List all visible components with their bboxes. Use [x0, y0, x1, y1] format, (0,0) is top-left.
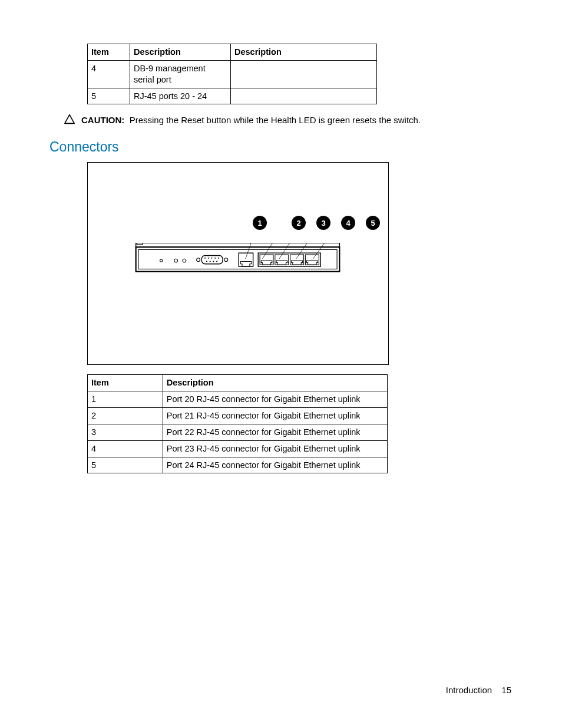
cell-desc: Port 20 RJ-45 connector for Gigabit Ethe…: [163, 391, 387, 408]
cell-desc1: RJ-45 ports 20 - 24: [130, 88, 231, 104]
table-row: 5 RJ-45 ports 20 - 24: [88, 88, 377, 104]
footer-section: Introduction: [446, 685, 492, 695]
col-item: Item: [88, 375, 163, 391]
table-row: 5 Port 24 RJ-45 connector for Gigabit Et…: [88, 457, 388, 473]
connectors-figure: 1 2 3 4 5: [87, 162, 389, 365]
svg-point-9: [160, 259, 162, 262]
cell-item: 3: [88, 424, 163, 440]
cell-desc: Port 24 RJ-45 connector for Gigabit Ethe…: [163, 457, 387, 473]
svg-point-23: [224, 258, 228, 262]
svg-point-17: [214, 258, 216, 259]
svg-line-1: [262, 243, 277, 259]
table-row: 4 DB-9 management serial port: [88, 60, 377, 88]
table-header-row: Item Description Description: [88, 44, 377, 61]
cell-item: 4: [88, 60, 130, 88]
section-heading-connectors: Connectors: [49, 139, 474, 155]
svg-rect-25: [258, 253, 320, 267]
callout-badge: 4: [341, 216, 355, 230]
page-footer: Introduction 15: [446, 685, 511, 695]
svg-rect-6: [136, 248, 340, 272]
svg-rect-26: [260, 255, 273, 265]
cell-desc: Port 21 RJ-45 connector for Gigabit Ethe…: [163, 408, 387, 424]
svg-line-4: [313, 243, 330, 259]
top-table: Item Description Description 4 DB-9 mana…: [87, 44, 377, 104]
caution-icon: [64, 114, 75, 124]
col-desc: Description: [163, 375, 387, 391]
callout-badge: 5: [366, 216, 380, 230]
table-row: 3 Port 22 RJ-45 connector for Gigabit Et…: [88, 424, 388, 440]
svg-line-3: [296, 243, 313, 259]
caution-label: CAUTION:: [81, 115, 124, 125]
table-row: 1 Port 20 RJ-45 connector for Gigabit Et…: [88, 391, 388, 408]
svg-rect-13: [201, 256, 223, 264]
device-diagram: [95, 243, 380, 283]
table-header-row: Item Description: [88, 375, 388, 391]
cell-item: 1: [88, 391, 163, 408]
svg-point-12: [197, 258, 200, 262]
content-area: Item Description Description 4 DB-9 mana…: [87, 44, 474, 473]
page: Item Description Description 4 DB-9 mana…: [0, 0, 562, 728]
svg-point-21: [213, 261, 214, 262]
svg-point-20: [210, 261, 211, 262]
svg-rect-28: [290, 255, 304, 265]
table-row: 2 Port 21 RJ-45 connector for Gigabit Et…: [88, 408, 388, 424]
col-desc2: Description: [231, 44, 377, 61]
cell-item: 5: [88, 457, 163, 473]
footer-page-number: 15: [501, 685, 511, 695]
svg-point-16: [211, 258, 212, 259]
cell-item: 5: [88, 88, 130, 104]
cell-desc2: [231, 88, 377, 104]
callout-badge: 1: [253, 216, 267, 230]
cell-desc: Port 22 RJ-45 connector for Gigabit Ethe…: [163, 424, 387, 440]
svg-point-22: [216, 261, 217, 262]
callout-labels: 1 2 3 4 5: [253, 216, 380, 230]
svg-point-10: [174, 259, 178, 263]
cell-desc2: [231, 60, 377, 88]
caution-body: Pressing the Reset button while the Heal…: [130, 115, 421, 125]
svg-line-2: [279, 243, 295, 259]
bottom-table: Item Description 1 Port 20 RJ-45 connect…: [87, 374, 388, 473]
caution-notice: CAUTION: Pressing the Reset button while…: [64, 114, 474, 126]
cell-item: 2: [88, 408, 163, 424]
svg-point-14: [204, 258, 206, 259]
cell-desc: Port 23 RJ-45 connector for Gigabit Ethe…: [163, 440, 387, 457]
table-row: 4 Port 23 RJ-45 connector for Gigabit Et…: [88, 440, 388, 457]
col-desc1: Description: [130, 44, 231, 61]
callout-badge: 2: [292, 216, 306, 230]
svg-point-15: [208, 258, 209, 259]
callout-badge: 3: [316, 216, 330, 230]
col-item: Item: [88, 44, 130, 61]
svg-point-11: [183, 259, 186, 263]
svg-rect-29: [305, 255, 319, 265]
svg-rect-24: [239, 253, 253, 267]
svg-point-19: [206, 261, 207, 262]
svg-point-18: [218, 258, 219, 259]
cell-desc1: DB-9 management serial port: [130, 60, 231, 88]
caution-text: CAUTION: Pressing the Reset button while…: [81, 114, 421, 126]
svg-rect-27: [275, 255, 289, 265]
cell-item: 4: [88, 440, 163, 457]
